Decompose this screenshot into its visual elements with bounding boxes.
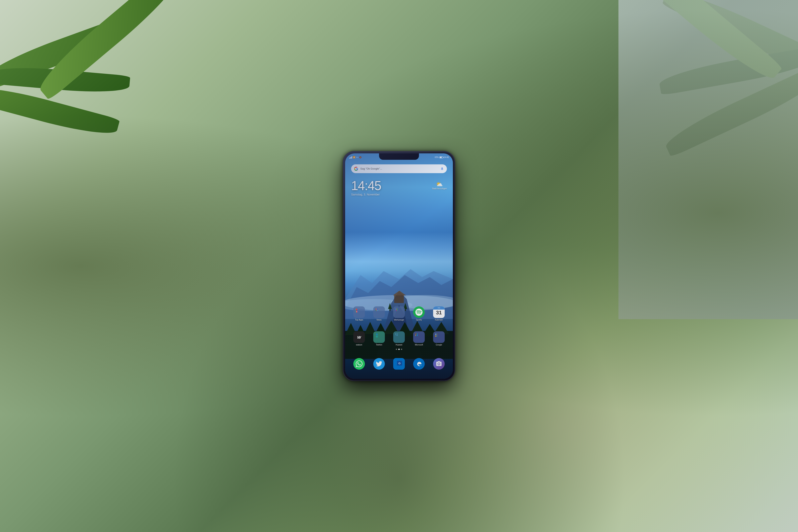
werkzeuge-folder-icon[interactable] xyxy=(393,306,405,318)
page-dot-1[interactable] xyxy=(396,349,397,350)
app-item-huawei[interactable]: Huawei xyxy=(393,331,405,346)
clock-date: Samstag, 3. November xyxy=(351,193,381,196)
microsoft-folder-icon[interactable] xyxy=(413,331,425,343)
google-label: Google xyxy=(436,344,442,346)
weather-label: Stadt hinzufügen xyxy=(432,188,447,190)
werkzeuge-label: Werkzeuge xyxy=(394,319,404,321)
app-item-top-apps[interactable]: m Top Apps xyxy=(353,306,365,321)
app-item-microsoft[interactable]: Microsoft xyxy=(413,331,425,346)
wifi-icon: 📶 xyxy=(353,156,356,158)
apps-row-2: w watson 👤 Tel xyxy=(349,331,449,346)
page-dot-3[interactable] xyxy=(401,349,402,350)
app-item-watson[interactable]: w watson xyxy=(353,331,365,346)
spotify-label: Spotify xyxy=(416,319,422,321)
app-item-news[interactable]: News xyxy=(373,306,385,321)
dock-edge[interactable] xyxy=(413,358,425,369)
watson-label: watson xyxy=(356,344,362,346)
google-logo xyxy=(354,167,358,171)
signal-icon xyxy=(349,156,352,158)
svg-rect-7 xyxy=(394,295,404,303)
status-right: 63% 14:45 xyxy=(435,156,449,158)
calendar-icon[interactable]: Okt 31 xyxy=(433,306,445,318)
clock-status: 14:45 xyxy=(444,156,449,158)
app-item-telefon[interactable]: 👤 Telefon xyxy=(373,331,385,346)
mute-icon: 🔕 xyxy=(359,156,361,158)
apps-row-1: m Top Apps xyxy=(349,306,449,321)
data-indicator: K/s xyxy=(356,156,359,158)
dock-outlook[interactable]: O xyxy=(393,358,405,369)
telefon-folder-icon[interactable]: 👤 xyxy=(373,331,385,343)
dock-whatsapp[interactable] xyxy=(353,358,365,369)
mic-icon[interactable] xyxy=(440,167,444,171)
huawei-folder-icon[interactable] xyxy=(393,331,405,343)
top-apps-folder-icon[interactable]: m xyxy=(353,306,365,318)
page-dots xyxy=(345,349,453,350)
page-dot-2[interactable] xyxy=(398,349,400,350)
google-search-bar[interactable]: Sag "Ok Google"... xyxy=(351,164,447,173)
svg-text:O: O xyxy=(398,362,401,365)
phone-wrapper: 📶 K/s 🔕 63% 14:45 xyxy=(343,151,455,381)
spotify-icon[interactable] xyxy=(413,306,425,318)
app-item-kalender[interactable]: Okt 31 Kalender xyxy=(433,306,445,321)
dock-camera[interactable] xyxy=(433,358,445,369)
news-label: News xyxy=(377,319,381,321)
google-folder-icon[interactable]: G xyxy=(433,331,445,343)
weather-widget[interactable]: ⛅ Stadt hinzufügen xyxy=(432,181,447,190)
dock: O xyxy=(349,353,449,375)
phone-screen: 📶 K/s 🔕 63% 14:45 xyxy=(345,153,453,379)
app-item-werkzeuge[interactable]: Werkzeuge xyxy=(393,306,405,321)
clock-time: 14:45 xyxy=(351,179,381,192)
dock-twitter[interactable] xyxy=(373,358,385,369)
phone-device: 📶 K/s 🔕 63% 14:45 xyxy=(343,151,455,381)
kalender-label: Kalender xyxy=(435,319,443,321)
battery-fill xyxy=(440,157,442,158)
calendar-day: 31 xyxy=(436,310,442,315)
app-item-spotify[interactable]: Spotify xyxy=(413,306,425,321)
search-placeholder[interactable]: Sag "Ok Google"... xyxy=(360,167,438,170)
weather-cloud-icon: ⛅ xyxy=(432,181,447,188)
battery-percent-label: 63% xyxy=(435,156,439,158)
calendar-header: Okt xyxy=(433,306,445,309)
app-item-google[interactable]: G Google xyxy=(433,331,445,346)
news-folder-icon[interactable] xyxy=(373,306,385,318)
clock-widget: 14:45 Samstag, 3. November xyxy=(351,179,381,196)
watson-icon[interactable]: w xyxy=(353,331,365,343)
status-bar: 📶 K/s 🔕 63% 14:45 xyxy=(349,155,449,160)
telefon-label: Telefon xyxy=(376,344,382,346)
top-apps-label: Top Apps xyxy=(355,319,363,321)
status-left: 📶 K/s 🔕 xyxy=(349,156,361,158)
microsoft-label: Microsoft xyxy=(415,344,423,346)
battery-icon xyxy=(439,156,443,158)
huawei-label: Huawei xyxy=(396,344,402,346)
